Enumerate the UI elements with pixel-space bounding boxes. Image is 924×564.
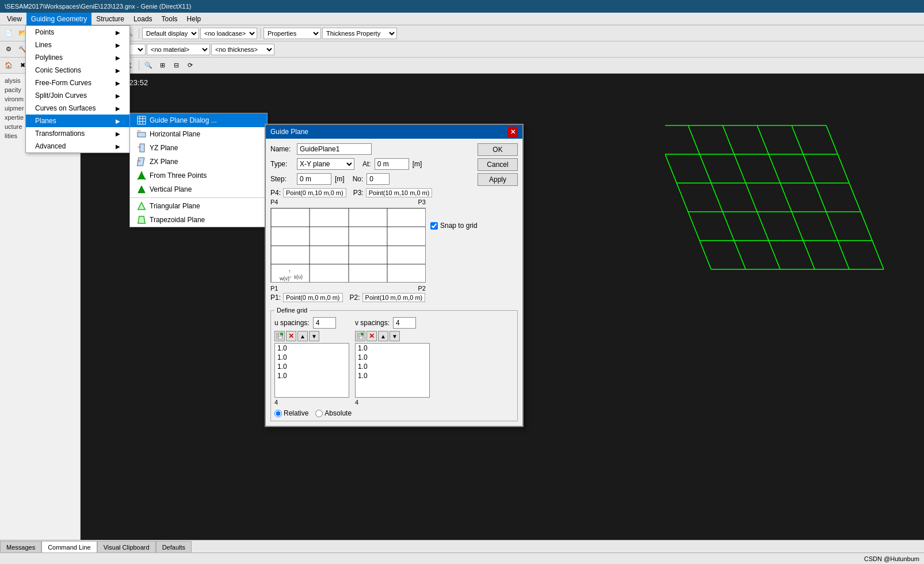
tab-messages[interactable]: Messages (0, 541, 41, 552)
tb3-btn-11[interactable]: ⊞ (156, 59, 169, 72)
u-item-1[interactable]: 1.0 (275, 344, 349, 353)
menu-tools[interactable]: Tools (157, 13, 182, 25)
submenu-trapezoidal-plane[interactable]: Trapezoidal Plane (130, 213, 267, 227)
v-item-3[interactable]: 1.0 (356, 362, 429, 371)
p1-corner-label: P1 (270, 285, 278, 292)
tb2-btn-1[interactable]: ⚙ (2, 43, 15, 56)
v-delete-button[interactable]: ✕ (366, 331, 377, 341)
apply-button[interactable]: Apply (478, 173, 518, 186)
step-unit: [m] (335, 175, 345, 183)
toolbar-3: 🏠 ✖ ◀ ▶ ╱ □ ◇ ⊕ K 🔍 ⊞ ⊟ ⟳ (0, 58, 924, 74)
loadcase-select[interactable]: <no loadcase> (200, 28, 257, 39)
u-spacings-input[interactable] (313, 317, 336, 329)
svg-marker-23 (138, 172, 145, 179)
thickness-select[interactable]: Thickness Property (322, 28, 397, 39)
p2-value: Point(10 m,0 m,0 m) (362, 293, 426, 302)
arrow-icon: ▶ (116, 143, 120, 150)
svg-marker-29 (138, 203, 145, 209)
ok-button[interactable]: OK (478, 143, 518, 156)
submenu-horizontal-plane[interactable]: XY Horizontal Plane (130, 127, 267, 141)
tab-defaults[interactable]: Defaults (156, 541, 192, 552)
menu-advanced[interactable]: Advanced ▶ (26, 140, 129, 153)
menu-curves-surfaces[interactable]: Curves on Surfaces ▶ (26, 102, 129, 115)
submenu-zx-plane[interactable]: ZX ZX Plane (130, 155, 267, 169)
arrow-icon: ▶ (116, 42, 120, 48)
menu-view[interactable]: View (2, 13, 26, 25)
thickness-select-2[interactable]: <no thickness> (211, 44, 274, 55)
submenu-from-three-points[interactable]: From Three Points (130, 169, 267, 182)
tab-command-line[interactable]: Command Line (41, 541, 97, 552)
menu-transformations[interactable]: Transformations ▶ (26, 127, 129, 140)
tb3-btn-1[interactable]: 🏠 (2, 59, 15, 72)
v-count: 4 (355, 399, 430, 406)
u-item-4[interactable]: 1.0 (275, 371, 349, 380)
tb3-btn-13[interactable]: ⟳ (184, 59, 196, 72)
v-item-2[interactable]: 1.0 (356, 353, 429, 362)
menu-points[interactable]: Points ▶ (26, 26, 129, 39)
menu-conic-sections[interactable]: Conic Sections ▶ (26, 64, 129, 77)
arrow-icon: ▶ (116, 80, 120, 86)
u-item-3[interactable]: 1.0 (275, 362, 349, 371)
submenu-triangular-plane[interactable]: Triangular Plane (130, 199, 267, 213)
menu-split-join[interactable]: Split/Join Curves ▶ (26, 89, 129, 102)
menu-lines[interactable]: Lines ▶ (26, 39, 129, 51)
material-select[interactable]: <no material> (147, 44, 210, 55)
svg-line-11 (826, 125, 884, 269)
u-down-button[interactable]: ▼ (309, 331, 319, 341)
menu-planes[interactable]: Planes ▶ (26, 115, 129, 127)
v-spacings-label: v spacings: (355, 319, 390, 327)
guide-plane-dialog: Guide Plane ✕ OK Cancel Apply Name: Type… (265, 124, 524, 427)
planes-submenu: Guide Plane Dialog ... XY Horizontal Pla… (129, 113, 268, 227)
submenu-vertical-plane[interactable]: Vertical Plane (130, 182, 267, 196)
no-input[interactable] (366, 173, 390, 185)
properties-select[interactable]: Properties (264, 28, 321, 39)
u-add-button[interactable] (274, 331, 285, 341)
v-down-button[interactable]: ▼ (390, 331, 400, 341)
type-select[interactable]: X-Y plane YZ plane ZX plane (297, 158, 354, 170)
u-spacings-label: u spacings: (274, 319, 310, 327)
v-spacings-input[interactable] (393, 317, 416, 329)
tb3-btn-10[interactable]: 🔍 (142, 59, 155, 72)
menu-bar: View Guiding Geometry Structure Loads To… (0, 13, 924, 25)
snap-label[interactable]: Snap to grid (430, 222, 478, 230)
toolbar-btn-1[interactable]: 📄 (2, 27, 15, 40)
menu-structure[interactable]: Structure (91, 13, 129, 25)
name-input[interactable] (297, 143, 372, 155)
menu-loads[interactable]: Loads (129, 13, 157, 25)
tb3-btn-12[interactable]: ⊟ (170, 59, 182, 72)
tab-visual-clipboard[interactable]: Visual Clipboard (97, 541, 156, 552)
at-input[interactable] (375, 158, 409, 170)
submenu-yz-plane[interactable]: YZ YZ Plane (130, 141, 267, 155)
menu-guiding-geometry[interactable]: Guiding Geometry (26, 13, 91, 25)
dialog-close-button[interactable]: ✕ (507, 127, 518, 137)
v-toolbar: ✕ ▲ ▼ (355, 331, 430, 341)
display-select[interactable]: Default display (142, 28, 199, 39)
snap-checkbox[interactable] (430, 222, 438, 230)
p4-p3-row: P4: Point(0 m,10 m,0 m) P3: Point(10 m,1… (270, 188, 518, 197)
cancel-button[interactable]: Cancel (478, 158, 518, 171)
v-item-1[interactable]: 1.0 (356, 344, 429, 353)
relative-radio-label[interactable]: Relative (274, 409, 308, 417)
u-item-2[interactable]: 1.0 (275, 353, 349, 362)
absolute-radio-label[interactable]: Absolute (315, 409, 352, 417)
menu-help[interactable]: Help (182, 13, 206, 25)
u-up-button[interactable]: ▲ (297, 331, 308, 341)
menu-free-form[interactable]: Free-Form Curves ▶ (26, 77, 129, 89)
svg-rect-49 (280, 333, 283, 336)
v-add-button[interactable] (355, 331, 365, 341)
menu-polylines[interactable]: Polylines ▶ (26, 51, 129, 64)
step-label: Step: (270, 175, 293, 183)
step-input[interactable] (297, 173, 331, 185)
submenu-guide-plane-dialog[interactable]: Guide Plane Dialog ... (130, 113, 267, 127)
p4-label: P4: (270, 189, 281, 197)
p3-corner-label: P3 (418, 199, 426, 205)
top-corner-labels: P4 P3 (270, 199, 426, 205)
title-bar: \SESAM2017\Workspaces\GeniE\123\123.gnx … (0, 0, 924, 13)
svg-rect-17 (138, 132, 146, 137)
absolute-radio[interactable] (315, 410, 323, 417)
svg-point-24 (138, 178, 139, 180)
v-up-button[interactable]: ▲ (378, 331, 388, 341)
relative-radio[interactable] (274, 410, 282, 417)
u-delete-button[interactable]: ✕ (286, 331, 296, 341)
v-item-4[interactable]: 1.0 (356, 371, 429, 380)
